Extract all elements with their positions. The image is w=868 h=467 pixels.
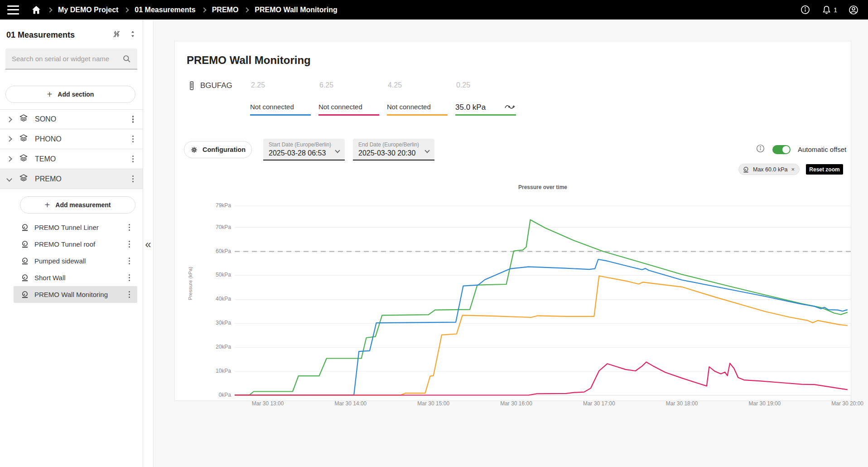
configuration-button[interactable]: Configuration [184,141,252,158]
series-line-channel-1-blue [235,259,848,395]
x-tick-label: Mar 30 20:00 [816,400,868,407]
gauge-icon [21,291,29,298]
measurement-item-pumped-sidewall[interactable]: Pumped sidewall [14,253,137,269]
measurements-list: PREMO Tunnel Liner PREMO Tunnel roof Pum… [0,219,143,303]
y-tick-label: 50kPa [201,272,231,278]
layers-icon [19,173,29,185]
device-icon [188,80,195,91]
account-icon[interactable] [848,5,859,15]
end-date-label: End Date (Europe/Berlin) [358,141,422,148]
chevron-right-icon[interactable] [6,117,12,122]
channel-status-cell[interactable]: Not connected [250,103,311,116]
y-tick-label: 79kPa [201,202,231,209]
automatic-offset-toggle[interactable] [772,145,791,154]
hamburger-menu-icon[interactable] [7,5,19,15]
filter-sliders-off-icon[interactable] [112,29,121,40]
measurement-label: PREMO Wall Monitoring [34,291,108,298]
info-icon[interactable] [800,5,810,15]
channel-status-cell[interactable]: Not connected [387,103,448,116]
channel-depth-value: 6.25 [319,81,388,89]
x-tick-label: Mar 30 15:00 [402,400,465,407]
breadcrumb-current: PREMO Wall Monitoring [255,6,338,14]
sidebar-section-phono[interactable]: PHONO [0,129,143,149]
close-icon[interactable]: × [791,166,795,173]
start-date-field[interactable]: Start Date (Europe/Berlin) 2025-03-28 06… [263,139,345,161]
kebab-menu-icon[interactable] [126,239,133,250]
info-icon[interactable] [756,144,765,155]
max-threshold-chip[interactable]: Max 60.0 kPa × [738,164,800,175]
plus-icon: + [47,90,53,99]
sidebar-section-premo[interactable]: PREMO [0,169,143,189]
end-date-value: 2025-03-30 20:30 [358,149,422,157]
sort-order-icon[interactable] [129,30,136,40]
breadcrumb-project[interactable]: My DEMO Project [58,6,118,14]
kebab-menu-icon[interactable] [130,134,137,145]
channel-status: Not connected [387,103,431,111]
measurement-item-premo-tunnel-liner[interactable]: PREMO Tunnel Liner [14,219,137,236]
sidebar-section-temo[interactable]: TEMO [0,149,143,169]
channel-status-cell[interactable]: 35.0 kPa [455,103,516,116]
notification-count-badge: 1 [834,6,837,14]
kebab-menu-icon[interactable] [126,222,133,233]
widget-card: PREMO Wall Monitoring BGUFAG 2.25 6.25 4… [174,41,851,401]
measurement-label: Short Wall [34,274,66,282]
chevron-down-icon [424,148,429,153]
chevron-down-icon[interactable] [6,176,12,182]
top-app-bar: My DEMO Project 01 Measurements PREMO PR… [0,0,868,19]
search-input[interactable] [5,55,137,63]
gauge-icon [21,274,29,282]
section-label: PREMO [35,175,62,183]
breadcrumb-separator-icon [47,7,52,12]
kebab-menu-icon[interactable] [126,272,133,283]
kebab-menu-icon[interactable] [130,154,137,165]
pressure-chart-plot[interactable] [235,204,851,396]
measurement-label: Pumped sidewall [34,257,86,265]
gear-icon [190,146,198,154]
series-line-channel-4-green [235,220,848,395]
layers-icon [19,113,29,125]
breadcrumb-separator-icon [201,7,206,12]
section-label: SONO [35,115,56,123]
sparkline-icon[interactable] [504,103,516,111]
measurement-item-premo-tunnel-roof[interactable]: PREMO Tunnel roof [14,236,137,253]
breadcrumb-separator-icon [244,7,249,12]
channel-color-underline [387,114,448,116]
kebab-menu-icon[interactable] [126,256,133,267]
device-serial[interactable]: BGUFAG [200,81,232,90]
kebab-menu-icon[interactable] [126,289,133,300]
configuration-label: Configuration [203,146,246,153]
sidebar-section-sono[interactable]: SONO [0,109,143,129]
add-section-label: Add section [58,91,94,98]
notifications-bell-icon[interactable]: 1 [821,5,837,15]
channel-depth-value: 4.25 [388,81,456,89]
add-measurement-button[interactable]: + Add measurement [20,196,135,214]
home-icon[interactable] [31,5,42,15]
y-tick-label: 30kPa [201,320,231,326]
channel-status-cell[interactable]: Not connected [318,103,379,116]
start-date-label: Start Date (Europe/Berlin) [269,141,332,148]
automatic-offset-label: Automatic offset [798,146,846,153]
measurement-item-short-wall[interactable]: Short Wall [14,269,137,286]
measurements-sidebar: 01 Measurements + Add section [0,19,143,467]
measurement-label: PREMO Tunnel roof [34,240,95,248]
measurement-item-premo-wall-monitoring[interactable]: PREMO Wall Monitoring [14,286,137,303]
breadcrumb-section[interactable]: 01 Measurements [135,6,195,14]
y-tick-label: 0kPa [201,392,231,398]
chevron-right-icon[interactable] [6,136,12,142]
collapse-sidebar-icon[interactable]: « [143,238,153,251]
kebab-menu-icon[interactable] [130,114,137,125]
kebab-menu-icon[interactable] [130,174,137,185]
reset-zoom-button[interactable]: Reset zoom [806,164,843,175]
search-icon[interactable] [122,54,132,66]
gauge-icon [743,166,749,173]
end-date-field[interactable]: End Date (Europe/Berlin) 2025-03-30 20:3… [353,139,434,161]
x-tick-label: Mar 30 17:00 [567,400,631,407]
channel-live-value: 35.0 kPa [455,103,486,112]
series-line-channel-2-pink [235,362,848,395]
breadcrumb-group[interactable]: PREMO [212,6,239,14]
chevron-right-icon[interactable] [6,156,12,162]
channel-status: Not connected [318,103,362,111]
add-measurement-label: Add measurement [55,201,111,209]
y-tick-label: 70kPa [201,224,231,230]
add-section-button[interactable]: + Add section [5,86,135,103]
